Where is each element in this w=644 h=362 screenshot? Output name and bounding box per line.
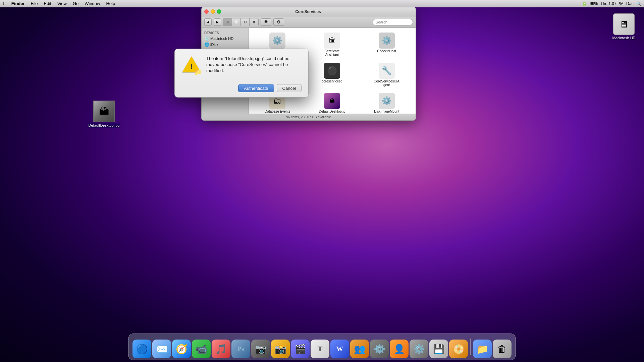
- desktop-file-icon[interactable]: DefaultDesktop.jpg: [91, 101, 117, 128]
- dock-item-people[interactable]: 👤: [390, 340, 409, 358]
- finder-icon-view[interactable]: ⊞: [223, 18, 232, 26]
- finder-column-view[interactable]: ⊟: [241, 18, 250, 26]
- finder-action-button[interactable]: ⚙: [273, 18, 284, 26]
- menubar-finder[interactable]: Finder: [9, 0, 28, 7]
- authenticate-button[interactable]: Authenticate: [238, 84, 274, 92]
- menubar-edit[interactable]: Edit: [41, 0, 54, 7]
- finder-list-view[interactable]: ☰: [232, 18, 241, 26]
- file-diskimagemounter[interactable]: ⚙️ DiskImageMounter: [361, 92, 412, 114]
- idisk-icon: 🌐: [204, 42, 209, 47]
- desktop:  Finder File Edit View Go Window Help 🔋…: [0, 0, 644, 362]
- warning-exclaim-icon: !: [190, 63, 193, 70]
- dock-facetime-icon: 📹: [192, 340, 211, 358]
- sidebar-devices-section: DEVICES 💿 Macintosh HD 🌐 iDisk: [202, 29, 248, 49]
- sidebar-item-idisk-label: iDisk: [210, 43, 218, 47]
- finder-view-buttons: ⊞ ☰ ⊟ ⊠: [223, 18, 259, 26]
- file-dbevents-label: Database Events: [265, 110, 290, 113]
- menubar:  Finder File Edit View Go Window Help 🔋…: [0, 0, 644, 7]
- warning-folder-icon: 📁: [194, 68, 202, 76]
- menubar-user: Dan: [626, 1, 634, 6]
- menubar-items: Finder File Edit View Go Window Help: [9, 0, 118, 7]
- file-diskimagemounter-label: DiskImageMounter: [373, 110, 400, 114]
- dock-trash-icon: 🗑: [493, 340, 512, 358]
- alert-text-area: The item "DefaultDesktop.jpg" could not …: [206, 56, 302, 76]
- dock-item-word[interactable]: W: [330, 340, 349, 358]
- dock-item-folder[interactable]: 📁: [473, 340, 492, 358]
- dock-itunes-icon: 🎵: [212, 340, 230, 358]
- dock-item-imovie[interactable]: 🎬: [291, 340, 310, 358]
- cancel-button[interactable]: Cancel: [277, 84, 302, 92]
- dock-mail-icon: ✉️: [152, 340, 171, 358]
- macintoshhd-icon: 💿: [204, 36, 209, 41]
- menubar-go[interactable]: Go: [70, 0, 81, 7]
- desktop-file-icon-image: [93, 101, 115, 122]
- file-checkinhost-icon: ⚙️: [379, 33, 395, 49]
- finder-statusbar: 96 items, 250.07 GB available: [202, 114, 416, 120]
- hard-disk-icon-label: Macintosh HD: [612, 36, 635, 40]
- alert-buttons: Authenticate Cancel: [175, 81, 308, 97]
- hard-disk-icon[interactable]: 🖥 Macintosh HD: [610, 13, 637, 40]
- dock-item-hd[interactable]: 💾: [429, 340, 448, 358]
- finder-toolbar: ◀ ▶ ⊞ ☰ ⊟ ⊠ 👁 ⚙: [202, 16, 416, 28]
- dock-imovie-icon: 🎬: [291, 340, 310, 358]
- dock-item-facetime[interactable]: 📹: [192, 340, 211, 358]
- menubar-battery: 🔋: [582, 1, 587, 6]
- dock-finder-icon: 🔵: [132, 340, 151, 358]
- dock-item-systemprefs[interactable]: ⚙️: [410, 340, 428, 358]
- file-diskimagemounter-icon: ⚙️: [379, 93, 395, 109]
- finder-eye-button[interactable]: 👁: [261, 18, 271, 26]
- dock-item-finder[interactable]: 🔵: [132, 340, 151, 358]
- sidebar-item-macintoshhd-label: Macintosh HD: [210, 37, 233, 41]
- dock-contacts-icon: 👥: [350, 340, 369, 358]
- dock-silverlock-icon: ⚙️: [370, 340, 389, 358]
- file-coreservicesuiagent[interactable]: 🔧 CoreServicesUIAgent: [361, 61, 412, 88]
- file-defaultdesktop-icon: 🏔: [324, 93, 340, 109]
- dock-item-silverlock[interactable]: ⚙️: [370, 340, 389, 358]
- desktop-file-icon-label: DefaultDesktop.jpg: [88, 123, 121, 128]
- dock-item-itunes[interactable]: 🎵: [212, 340, 230, 358]
- alert-message: The item "DefaultDesktop.jpg" could not …: [206, 56, 302, 74]
- menubar-file[interactable]: File: [28, 0, 41, 7]
- dock-item-trash[interactable]: 🗑: [493, 340, 512, 358]
- alert-body: ! 📁 The item "DefaultDesktop.jpg" could …: [175, 49, 308, 81]
- file-defaultdesktop-label: DefaultDesktop.jpg: [319, 110, 345, 114]
- menubar-clock: Thu 1:07 PM: [600, 1, 624, 6]
- dock-hd-icon: 💾: [429, 340, 448, 358]
- dock-item-photoshop[interactable]: Ps: [231, 340, 250, 358]
- dock-item-camera[interactable]: 📷: [251, 340, 270, 358]
- menubar-spotlight[interactable]: 🔍: [636, 1, 641, 6]
- menubar-view[interactable]: View: [55, 0, 69, 7]
- sidebar-devices-label: DEVICES: [202, 31, 248, 36]
- file-certassistant[interactable]: 🏛 Certificate Assistant: [307, 31, 358, 58]
- menubar-help[interactable]: Help: [103, 0, 118, 7]
- apple-menu[interactable]: : [0, 1, 9, 7]
- file-coreservicesd[interactable]: ⚫ coreservicesd: [307, 61, 358, 88]
- dock-item-safari[interactable]: 🧭: [172, 340, 191, 358]
- file-coreservicesuiagent-label: CoreServicesUIAgent: [373, 79, 400, 87]
- menubar-battery-pct: 99%: [590, 1, 598, 6]
- file-certassistant-icon: 🏛: [324, 33, 340, 49]
- file-certassistant-label: Certificate Assistant: [319, 49, 345, 57]
- finder-forward-button[interactable]: ▶: [214, 18, 221, 26]
- dock: 🔵 ✉️ 🧭 📹 🎵 Ps 📷 📸 🎬 T W: [128, 334, 516, 360]
- dock-item-contacts[interactable]: 👥: [350, 340, 369, 358]
- alert-dialog: ! 📁 The item "DefaultDesktop.jpg" could …: [174, 49, 309, 98]
- dock-people-icon: 👤: [390, 340, 409, 358]
- file-checkinhost[interactable]: ⚙️ CheckinHost: [361, 31, 412, 58]
- menubar-right: 🔋 99% Thu 1:07 PM Dan 🔍: [582, 1, 644, 6]
- dock-separator: [470, 339, 471, 355]
- dock-item-dvd[interactable]: 📀: [449, 340, 468, 358]
- menubar-window[interactable]: Window: [82, 0, 103, 7]
- dock-typora-icon: T: [311, 340, 329, 358]
- dock-item-iphoto[interactable]: 📸: [271, 340, 290, 358]
- dock-systemprefs-icon: ⚙️: [410, 340, 428, 358]
- dock-item-mail[interactable]: ✉️: [152, 340, 171, 358]
- finder-search-input[interactable]: [373, 19, 413, 25]
- file-checkinhost-label: CheckinHost: [377, 49, 396, 53]
- sidebar-item-idisk[interactable]: 🌐 iDisk: [202, 42, 248, 48]
- sidebar-item-macintoshhd[interactable]: 💿 Macintosh HD: [202, 36, 248, 42]
- finder-cover-view[interactable]: ⊠: [250, 18, 258, 26]
- finder-back-button[interactable]: ◀: [204, 18, 212, 26]
- file-defaultdesktop[interactable]: 🏔 DefaultDesktop.jpg: [307, 92, 358, 114]
- dock-item-typora[interactable]: T: [311, 340, 329, 358]
